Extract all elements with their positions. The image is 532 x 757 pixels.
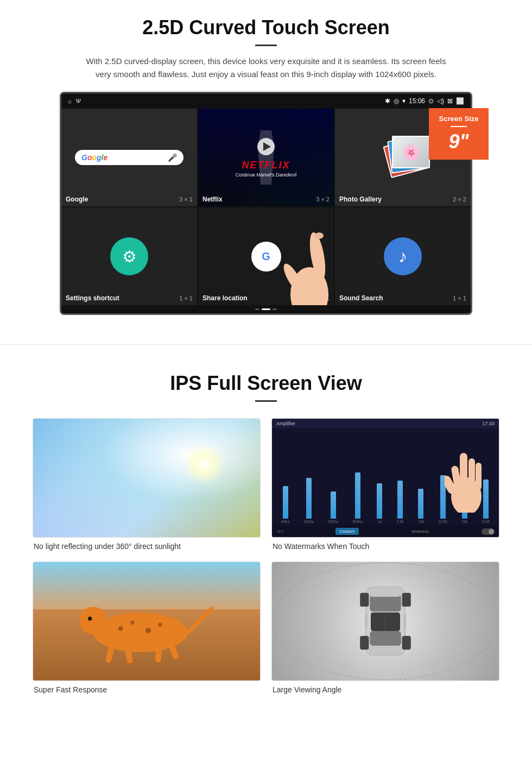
eq-bar-group-2: 100hz: [303, 478, 314, 523]
gallery-label: Photo Gallery 2 × 2: [339, 195, 466, 203]
screen-size-badge: Screen Size 9": [429, 108, 489, 160]
car-image: [271, 562, 499, 681]
svg-point-17: [158, 623, 162, 627]
image-card-equalizer: Amplifier 17:33 60hz 100hz: [271, 418, 499, 551]
toggle-knob: [489, 529, 494, 534]
eq-label-8: 12.5k: [438, 520, 447, 523]
equalizer-caption: No Watermarks When Touch: [271, 542, 499, 551]
settings-label: Settings shortcut 1 × 1: [66, 294, 193, 302]
eq-bar-group-3: 200hz: [328, 491, 338, 523]
eq-label-3: 200hz: [328, 520, 338, 523]
cheetah-image: [33, 562, 261, 681]
netflix-overlay: NETFLIX Continue Marvel's Daredevil: [198, 109, 334, 206]
svg-rect-6: [468, 458, 475, 488]
window-icon: ⬜: [456, 97, 464, 105]
google-logo: Google: [81, 153, 107, 162]
netflix-play-button[interactable]: [257, 138, 275, 155]
eq-bar-group-4: 500hz: [352, 472, 363, 523]
sound-app-name: Sound Search: [339, 294, 383, 302]
eq-bar-2: [306, 478, 312, 519]
eq-bar-7: [418, 489, 423, 519]
cheetah-caption: Super Fast Response: [33, 685, 261, 694]
sunlight-rays: [33, 419, 260, 537]
google-label: Google 3 × 1: [66, 195, 193, 203]
badge-size-value: 9": [448, 130, 468, 153]
eq-hand-svg: [445, 447, 488, 513]
equalizer-image: Amplifier 17:33 60hz 100hz: [271, 418, 499, 538]
image-card-cheetah: Super Fast Response: [33, 562, 261, 694]
netflix-label: Netflix 3 × 2: [202, 195, 330, 203]
gmaps-letter: G: [262, 250, 270, 263]
gallery-app-size: 2 × 2: [453, 196, 466, 203]
wifi-icon: ▾: [402, 97, 406, 105]
section1-description: With 2.5D curved-display screen, this de…: [81, 55, 451, 81]
section-divider: [0, 344, 532, 345]
viewing-arc-inner: [283, 573, 488, 670]
eq-label-5: 1k: [378, 520, 382, 523]
home-icon: ⌂: [68, 98, 72, 104]
settings-app-size: 1 × 1: [179, 295, 193, 301]
eq-label-6: 2.5k: [397, 520, 404, 523]
svg-point-13: [88, 617, 92, 621]
svg-point-15: [130, 621, 134, 624]
status-bar-right: ✱ ◎ ▾ 15:06 ⊙ ◁) ⊠ ⬜: [385, 97, 464, 105]
eq-header: Amplifier 17:33: [272, 419, 499, 428]
svg-rect-18: [105, 646, 115, 663]
eq-bar-6: [397, 481, 403, 519]
eq-label-7: 10k: [418, 520, 424, 523]
eq-bars-area: 60hz 100hz 200hz 500hz: [272, 428, 499, 526]
google-search-bar[interactable]: Google 🎤: [75, 150, 183, 165]
image-card-sunlight: No light reflecting under 360° direct su…: [33, 418, 261, 551]
scroll-dot-2: [262, 308, 270, 310]
title-divider: [255, 45, 277, 46]
app-cell-netflix[interactable]: NETFLIX Continue Marvel's Daredevil Netf…: [198, 109, 334, 206]
sound-app-size: 1 × 1: [453, 295, 466, 301]
scroll-dots: [61, 305, 471, 313]
usb-icon: Ψ: [76, 98, 81, 104]
eq-bar-group-7: 10k: [418, 489, 424, 523]
gallery-img-3: 🌸: [392, 136, 430, 168]
netflix-logo: NETFLIX: [242, 160, 290, 171]
svg-rect-5: [460, 453, 467, 485]
app-cell-google[interactable]: Google 🎤 Google 3 × 1: [61, 109, 197, 206]
image-grid: No light reflecting under 360° direct su…: [33, 418, 499, 694]
app-cell-sound[interactable]: ♪ Sound Search 1 × 1: [335, 207, 471, 305]
share-app-name: Share location: [202, 294, 248, 302]
eq-toggle: [482, 528, 495, 535]
play-triangle-icon: [263, 142, 271, 151]
eq-label-9: 15k: [461, 520, 467, 523]
badge-label: Screen Size: [438, 115, 480, 123]
cheetah-svg: [44, 593, 237, 664]
svg-point-14: [118, 626, 123, 631]
eq-label-10: SUB: [482, 520, 490, 523]
netflix-app-name: Netflix: [202, 195, 223, 203]
sound-label: Sound Search 1 × 1: [339, 294, 466, 302]
badge-divider: [451, 126, 467, 127]
eq-header-right: 17:33: [482, 421, 495, 426]
time-display: 15:06: [409, 97, 425, 105]
sound-icon-circle: ♪: [384, 237, 422, 275]
camera-icon: ⊙: [428, 97, 434, 105]
google-app-name: Google: [66, 195, 88, 203]
section1-title: 2.5D Curved Touch Screen: [33, 16, 499, 39]
mic-icon: 🎤: [168, 153, 177, 162]
app-cell-share[interactable]: G: [198, 207, 334, 305]
svg-rect-21: [168, 642, 180, 660]
gmaps-icon: G: [251, 242, 281, 272]
eq-bar-group-1: 60hz: [281, 486, 289, 523]
app-grid: Google 🎤 Google 3 × 1: [61, 109, 471, 305]
gear-icon: ⚙: [122, 247, 137, 266]
settings-icon-circle: ⚙: [110, 237, 148, 275]
close-icon: ⊠: [447, 97, 453, 105]
svg-point-3: [315, 232, 324, 239]
hand-container: [282, 224, 334, 305]
svg-rect-7: [476, 463, 482, 490]
flower-icon: 🌸: [402, 143, 421, 161]
eq-bar-5: [377, 483, 382, 519]
app-cell-settings[interactable]: ⚙ Settings shortcut 1 × 1: [61, 207, 197, 305]
eq-custom-btn: Custom: [335, 528, 359, 535]
car-caption: Large Viewing Angle: [271, 685, 499, 694]
netflix-subtitle: Continue Marvel's Daredevil: [236, 172, 296, 178]
eq-label-2: 100hz: [303, 520, 314, 523]
image-card-car: Large Viewing Angle: [271, 562, 499, 694]
